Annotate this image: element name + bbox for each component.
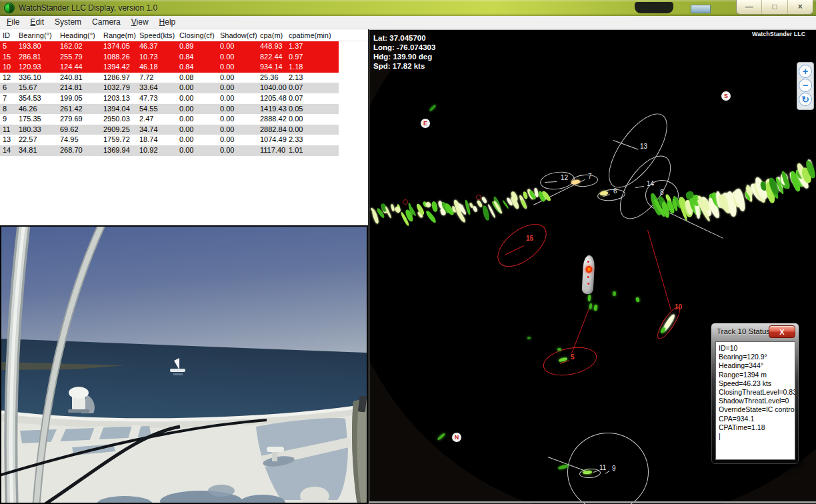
cell: 268.70: [60, 146, 83, 154]
reset-view-button[interactable]: ↻: [799, 93, 812, 106]
track-row-6[interactable]: 615.67214.811032.7933.640.000.001040.000…: [0, 83, 339, 93]
cell: 0.08: [179, 73, 193, 81]
track-row-15[interactable]: 15286.81255.791088.2610.730.840.00822.44…: [0, 52, 339, 63]
cell: 0.00: [220, 125, 234, 133]
minimize-button[interactable]: —: [737, 0, 762, 14]
zoom-out-button[interactable]: −: [799, 79, 812, 92]
desktop-decor: [635, 2, 673, 13]
column-header[interactable]: Bearing(°): [19, 31, 52, 39]
track-row-10[interactable]: 10120.93124.441394.4246.180.840.00934.14…: [0, 62, 339, 73]
cell: 255.79: [60, 53, 83, 61]
deck-shadow: [208, 485, 235, 497]
cell: 15.67: [19, 83, 37, 91]
menu-edit[interactable]: Edit: [25, 17, 49, 28]
cell: 13: [3, 135, 11, 143]
column-header[interactable]: Shadow(cf): [220, 31, 257, 39]
brand-label: WatchStander LLC: [752, 31, 805, 37]
heading-readout: Hdg: 139.90 deg: [373, 52, 435, 61]
cell: 25.36: [260, 73, 279, 81]
menu-bar: FileEditSystemCameraViewHelp: [0, 16, 816, 29]
column-header[interactable]: cpa(m): [260, 31, 283, 39]
cell: 0.00: [289, 125, 303, 133]
column-header[interactable]: ID: [3, 31, 10, 39]
column-header[interactable]: Speed(kts): [139, 31, 175, 39]
cell: 0.00: [220, 135, 234, 143]
cell: 822.44: [260, 53, 283, 61]
cell: 10.73: [139, 53, 158, 61]
column-header[interactable]: cpatime(min): [289, 31, 331, 39]
app-icon: [4, 3, 15, 13]
cell: 0.00: [179, 94, 193, 102]
status-line: |: [719, 432, 795, 441]
cell: 0.89: [179, 42, 193, 50]
close-button[interactable]: ×: [788, 0, 813, 14]
map-zoom-controls: +−↻: [797, 62, 814, 110]
table-header-row: IDBearing(°)Heading(°)Range(m)Speed(kts)…: [0, 31, 368, 41]
cell: 0.00: [220, 53, 234, 61]
track-row-5[interactable]: 5193.80162.021374.0546.370.890.00448.931…: [0, 41, 339, 52]
cell: 0.00: [220, 63, 234, 71]
cell: 934.14: [260, 63, 283, 71]
cell: 448.93: [260, 42, 283, 50]
ownship-dot: [587, 283, 589, 285]
cell: 11: [3, 125, 10, 133]
track-row-11[interactable]: 11180.3369.622909.2534.740.000.002882.84…: [0, 125, 339, 135]
menu-view[interactable]: View: [126, 17, 154, 28]
cell: 199.05: [60, 94, 83, 102]
cell: 0.00: [220, 146, 234, 154]
deck-bollard: [68, 387, 95, 413]
cell: 120.93: [19, 63, 41, 71]
cell: 2882.84: [260, 125, 287, 133]
cell: 1.01: [289, 146, 303, 154]
cell: 2950.03: [103, 115, 130, 123]
track-row-13[interactable]: 1322.5774.951759.7218.740.000.001074.492…: [0, 135, 339, 145]
cell: 214.81: [60, 83, 83, 91]
cell: 1394.42: [103, 63, 130, 71]
column-header[interactable]: Range(m): [103, 31, 136, 39]
track-status-popup[interactable]: Track 10 Status X ID=10Bearing=120.9°Hea…: [711, 323, 799, 465]
cell: 1419.43: [260, 105, 287, 113]
status-line: OverrideState=IC control: [719, 405, 795, 414]
cell: 34.74: [139, 125, 158, 133]
cell: 240.81: [60, 73, 83, 81]
window-controls: — □ ×: [736, 0, 813, 15]
camera-panel: [0, 225, 368, 504]
cell: 1286.97: [103, 73, 130, 81]
track-row-8[interactable]: 846.26261.421394.0454.550.000.001419.430…: [0, 104, 339, 115]
popup-close-button[interactable]: X: [769, 325, 795, 338]
track-row-12[interactable]: 12336.10240.811286.977.720.080.0025.362.…: [0, 73, 339, 83]
restore-button[interactable]: □: [762, 0, 787, 14]
cell: 2.47: [139, 115, 153, 123]
track-row-14[interactable]: 1434.81268.701369.9410.920.000.001117.40…: [0, 145, 339, 156]
status-line: ClosingThreatLevel=0.839: [719, 388, 795, 397]
title-bar[interactable]: WatchStander LLC Display, version 1.0 — …: [0, 0, 816, 16]
cell: 354.53: [19, 94, 41, 102]
column-header[interactable]: Heading(°): [60, 31, 95, 39]
menu-camera[interactable]: Camera: [87, 17, 126, 28]
cell: 0.00: [179, 135, 193, 143]
cell: 0.00: [179, 125, 193, 133]
status-line: Heading=344°: [719, 361, 795, 370]
track-row-9[interactable]: 9175.35279.692950.032.470.000.002888.420…: [0, 114, 339, 125]
menu-system[interactable]: System: [49, 17, 87, 28]
menu-help[interactable]: Help: [154, 17, 181, 28]
menu-file[interactable]: File: [1, 17, 25, 28]
cell: 261.42: [60, 105, 83, 113]
cell: 0.00: [179, 105, 193, 113]
popup-status-text[interactable]: ID=10Bearing=120.9°Heading=344°Range=139…: [715, 341, 795, 460]
zoom-in-button[interactable]: +: [799, 65, 812, 78]
cell: 34.81: [19, 146, 37, 154]
cell: 0.00: [220, 42, 234, 50]
cell: 22.57: [19, 135, 37, 143]
track-row-7[interactable]: 7354.53199.051203.1347.730.000.001205.48…: [0, 93, 339, 104]
cell: 0.00: [220, 73, 234, 81]
column-header[interactable]: Closing(cf): [179, 31, 215, 39]
desktop-decor: [691, 5, 711, 13]
cell: 18.74: [139, 135, 158, 143]
cell: 10.92: [139, 146, 158, 154]
speed-readout: Spd: 17.82 kts: [373, 61, 435, 71]
shoreline: [1, 362, 127, 370]
cell: 8: [3, 105, 7, 113]
cell: 1032.79: [103, 83, 130, 91]
cell: 46.37: [139, 42, 158, 50]
